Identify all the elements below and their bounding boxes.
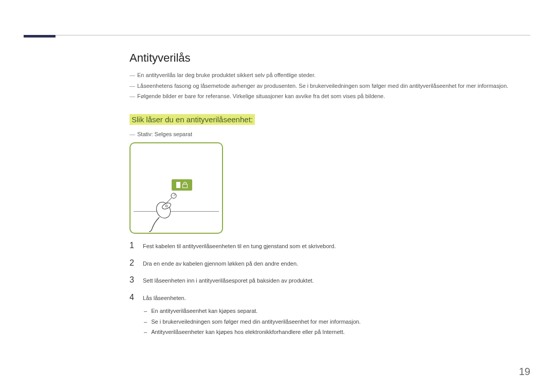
lock-illustration xyxy=(130,142,223,234)
lock-icon xyxy=(182,182,188,188)
lock-slot-badge xyxy=(172,179,192,191)
step-2: 2 Dra en ende av kabelen gjennom løkken … xyxy=(130,258,530,269)
steps-list: 1 Fest kabelen til antityverilåseenheten… xyxy=(130,241,530,339)
step-number: 4 xyxy=(130,293,143,302)
step-text-with-subs: Lås låseenheten. En antityverilåseenhet … xyxy=(143,294,361,339)
step-number: 3 xyxy=(130,275,143,285)
step-sub-item: En antityverilåseenhet kan kjøpes separa… xyxy=(143,307,361,315)
svg-point-3 xyxy=(154,200,173,220)
lock-cable-icon xyxy=(149,192,185,233)
step-text: Fest kabelen til antityverilåseenheten t… xyxy=(143,242,336,251)
step-sublist: En antityverilåseenhet kan kjøpes separa… xyxy=(143,307,361,337)
step-sub-item: Se i brukerveiledningen som følger med d… xyxy=(143,318,361,326)
step-number: 2 xyxy=(130,258,143,268)
intro-note-1: En antityverilås lar deg bruke produktet… xyxy=(130,71,530,80)
step-text: Sett låseenheten inn i antityverilåsespo… xyxy=(143,276,314,286)
step-3: 3 Sett låseenheten inn i antityverilåses… xyxy=(130,275,530,286)
subheading-highlight: Slik låser du en antityverilåseenhet: xyxy=(130,114,255,125)
page-content: Antityverilås En antityverilås lar deg b… xyxy=(130,51,530,346)
step-number: 1 xyxy=(130,241,143,250)
page-number: 19 xyxy=(519,366,530,378)
intro-note-2: Låseenhetens fasong og låsemetode avheng… xyxy=(130,82,530,90)
header-rule xyxy=(24,35,530,35)
step-1: 1 Fest kabelen til antityverilåseenheten… xyxy=(130,241,530,251)
step-text: Dra en ende av kabelen gjennom løkken på… xyxy=(143,259,298,269)
stand-note: Stativ: Selges separat xyxy=(130,130,530,139)
svg-line-2 xyxy=(166,198,172,203)
slot-icon xyxy=(176,182,180,188)
intro-note-3: Følgende bilder er bare for referanse. V… xyxy=(130,92,530,101)
step-sub-item: Antityverilåseenheter kan kjøpes hos ele… xyxy=(143,328,361,337)
svg-line-1 xyxy=(174,194,176,196)
step-4: 4 Lås låseenheten. En antityverilåseenhe… xyxy=(130,293,530,339)
header-accent xyxy=(24,35,55,38)
page-heading: Antityverilås xyxy=(130,51,530,65)
step-text: Lås låseenheten. xyxy=(143,295,186,301)
